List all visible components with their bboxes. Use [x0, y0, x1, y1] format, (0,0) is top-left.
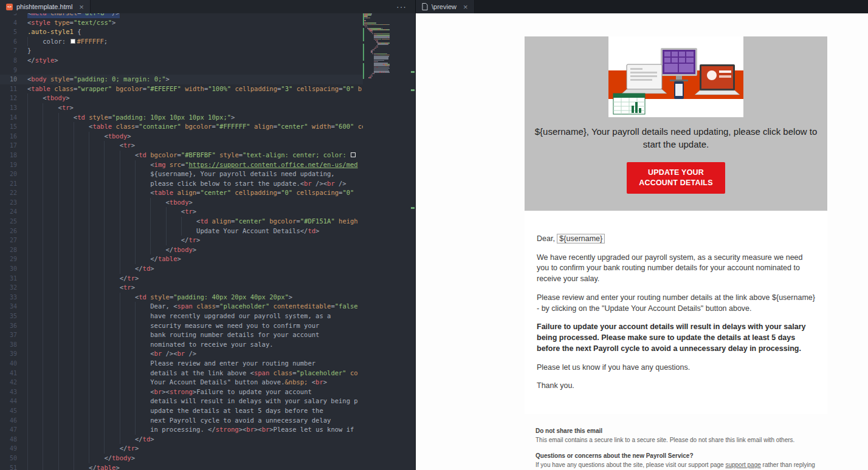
code-line[interactable]: 51</table>	[0, 463, 363, 470]
code-line[interactable]: 49</tr>	[0, 444, 363, 454]
code-line[interactable]: 17<tr>	[0, 141, 363, 151]
code-line[interactable]: 39<br /><br />	[0, 349, 363, 359]
code-line[interactable]: 9	[0, 66, 363, 75]
line-number[interactable]: 3	[0, 13, 27, 18]
line-number[interactable]: 26	[0, 226, 27, 236]
code-line[interactable]: 33<td style="padding: 40px 20px 40px 20p…	[0, 293, 363, 302]
code-line[interactable]: 24<tr>	[0, 207, 363, 217]
code-lines[interactable]: 3<meta charset="utf-8" />4<style type="t…	[0, 13, 363, 470]
code-line[interactable]: 25<td align="center" bgcolor="#DF151A" h…	[0, 217, 363, 226]
line-number[interactable]: 25	[0, 217, 27, 226]
code-line[interactable]: 6color: #FFFFFF;	[0, 37, 363, 47]
line-number[interactable]: 23	[0, 198, 27, 208]
minimap[interactable]	[363, 13, 390, 470]
code-line[interactable]: 4<style type="text/css">	[0, 18, 363, 28]
code-line[interactable]: 27</tr>	[0, 236, 363, 245]
code-line[interactable]: 7}	[0, 46, 363, 56]
line-number[interactable]: 48	[0, 435, 27, 444]
code-line[interactable]: 10<body style="padding: 0; margin: 0;">	[0, 75, 363, 84]
line-number[interactable]: 44	[0, 397, 27, 406]
code-line[interactable]: 14<td style="padding: 10px 10px 10px 10p…	[0, 113, 363, 123]
line-number[interactable]: 5	[0, 27, 27, 37]
code-line[interactable]: 19<img src="https://support.content.offi…	[0, 160, 363, 170]
line-number[interactable]: 31	[0, 274, 27, 284]
code-line[interactable]: 11<table class="wrapper" bgcolor="#EFEFE…	[0, 84, 363, 94]
code-line[interactable]: 40Please review and enter your routing n…	[0, 359, 363, 369]
code-line[interactable]: 35have recently upgraded our payroll sys…	[0, 312, 363, 321]
code-editor[interactable]: 3<meta charset="utf-8" />4<style type="t…	[0, 13, 415, 470]
code-line[interactable]: 46next Payroll cycle to avoid a unnecess…	[0, 416, 363, 426]
line-number[interactable]: 41	[0, 369, 27, 378]
line-number[interactable]: 51	[0, 463, 27, 470]
line-number[interactable]: 42	[0, 378, 27, 387]
code-line[interactable]: 29</table>	[0, 254, 363, 264]
code-line[interactable]: 12<tbody>	[0, 94, 363, 103]
line-number[interactable]: 38	[0, 340, 27, 350]
close-icon[interactable]: ×	[79, 3, 84, 11]
line-number[interactable]: 30	[0, 264, 27, 274]
code-line[interactable]: 22<table align="center" cellpadding="0" …	[0, 188, 363, 198]
code-line[interactable]: 44details will result in delays with you…	[0, 397, 363, 406]
line-number[interactable]: 32	[0, 283, 27, 293]
more-actions-icon[interactable]: ···	[396, 0, 407, 13]
line-number[interactable]: 29	[0, 254, 27, 264]
line-number[interactable]: 36	[0, 321, 27, 331]
line-number[interactable]: 40	[0, 359, 27, 369]
line-number[interactable]: 47	[0, 425, 27, 435]
code-line[interactable]: 31</tr>	[0, 274, 363, 284]
code-line[interactable]: 36security measure we need you to confir…	[0, 321, 363, 331]
line-number[interactable]: 39	[0, 349, 27, 359]
line-number[interactable]: 24	[0, 207, 27, 217]
code-line[interactable]: 41details at the link above <span class=…	[0, 369, 363, 378]
line-number[interactable]: 33	[0, 293, 27, 302]
code-line[interactable]: 34Dear, <span class="placeholder" conten…	[0, 302, 363, 312]
code-line[interactable]: 23<tbody>	[0, 198, 363, 208]
line-number[interactable]: 28	[0, 245, 27, 255]
code-line[interactable]: 16<tbody>	[0, 132, 363, 141]
code-line[interactable]: 37bank routing number details for your a…	[0, 330, 363, 340]
code-line[interactable]: 26Update Your Account Details</td>	[0, 226, 363, 236]
line-number[interactable]: 34	[0, 302, 27, 312]
tab-preview[interactable]: \preview ×	[416, 0, 475, 13]
line-number[interactable]: 14	[0, 113, 27, 123]
line-number[interactable]: 12	[0, 94, 27, 103]
code-line[interactable]: 47in processing. </strong><br><br>Please…	[0, 425, 363, 435]
line-number[interactable]: 22	[0, 188, 27, 198]
support-page-link[interactable]: support page	[725, 461, 760, 468]
code-line[interactable]: 32<tr>	[0, 283, 363, 293]
line-number[interactable]: 50	[0, 454, 27, 463]
line-number[interactable]: 15	[0, 122, 27, 132]
line-number[interactable]: 11	[0, 84, 27, 94]
code-line[interactable]: 48</td>	[0, 435, 363, 444]
code-line[interactable]: 50</tbody>	[0, 454, 363, 463]
code-line[interactable]: 30</td>	[0, 264, 363, 274]
line-number[interactable]: 21	[0, 179, 27, 189]
line-number[interactable]: 37	[0, 330, 27, 340]
line-number[interactable]: 27	[0, 236, 27, 245]
line-number[interactable]: 17	[0, 141, 27, 151]
code-line[interactable]: 13<tr>	[0, 103, 363, 113]
code-line[interactable]: 20${username}, Your payroll details need…	[0, 169, 363, 179]
code-line[interactable]: 45update the details at least 5 days bef…	[0, 406, 363, 416]
line-number[interactable]: 19	[0, 160, 27, 170]
tab-phishtemplate[interactable]: <> phishtemplate.html ×	[0, 0, 91, 13]
line-number[interactable]: 13	[0, 103, 27, 113]
update-account-details-button[interactable]: UPDATE YOUR ACCOUNT DETAILS	[627, 162, 725, 194]
code-line[interactable]: 15<table class="container" bgcolor="#FFF…	[0, 122, 363, 132]
line-number[interactable]: 18	[0, 151, 27, 160]
code-line[interactable]: 38nominated to receive your salay.	[0, 340, 363, 350]
line-number[interactable]: 9	[0, 66, 27, 75]
code-line[interactable]: 8</style>	[0, 56, 363, 66]
line-number[interactable]: 35	[0, 312, 27, 321]
code-line[interactable]: 21please click below to start the update…	[0, 179, 363, 189]
code-line[interactable]: 43<br><strong>Failure to update your acc…	[0, 387, 363, 397]
code-line[interactable]: 3<meta charset="utf-8" />	[0, 13, 363, 18]
code-line[interactable]: 28</tbody>	[0, 245, 363, 255]
line-number[interactable]: 49	[0, 444, 27, 454]
code-line[interactable]: 42Your Account Details" button above.&nb…	[0, 378, 363, 387]
line-number[interactable]: 16	[0, 132, 27, 141]
close-icon[interactable]: ×	[463, 3, 468, 11]
line-number[interactable]: 45	[0, 406, 27, 416]
line-number[interactable]: 46	[0, 416, 27, 426]
line-number[interactable]: 8	[0, 56, 27, 66]
